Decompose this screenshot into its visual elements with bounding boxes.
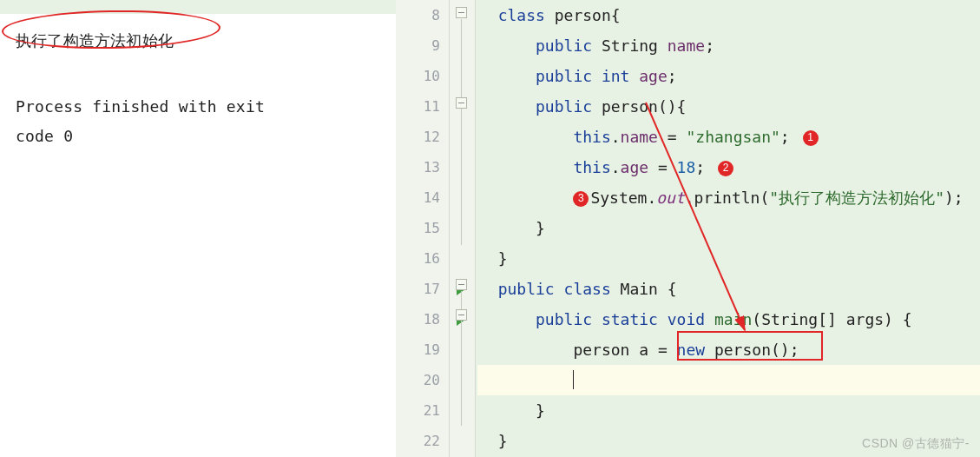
code-line[interactable]: public person(){	[477, 91, 980, 122]
fold-toggle-icon[interactable]	[456, 309, 467, 321]
code-line[interactable]: }	[477, 243, 980, 274]
gutter-marks	[450, 0, 476, 457]
console-top-strip	[0, 0, 396, 14]
code-line[interactable]: }	[477, 213, 980, 243]
line-number: 21	[396, 395, 449, 426]
annotation-badge-2: 2	[718, 161, 733, 176]
line-number: 13	[396, 152, 449, 182]
code-line-current[interactable]	[477, 365, 980, 395]
code-line[interactable]: person a = new person();	[477, 334, 980, 365]
code-line[interactable]: public String name;	[477, 30, 980, 61]
line-number: 10	[396, 61, 449, 91]
code-line[interactable]: class person{	[477, 0, 980, 30]
console-output: 执行了构造方法初始化 Process finished with exit co…	[0, 14, 396, 152]
editor-pane[interactable]: 8 9 10 11 12 13 14 15 16 17 18 19 20 21 …	[396, 0, 980, 457]
caret	[573, 370, 574, 389]
console-pane: 执行了构造方法初始化 Process finished with exit co…	[0, 0, 396, 457]
code-line[interactable]: this.name = "zhangsan"; 1	[477, 122, 980, 152]
line-number: 22	[396, 426, 449, 456]
code-line[interactable]: public class Main {	[477, 274, 980, 304]
code-line[interactable]: public static void main(String[] args) {	[477, 304, 980, 334]
line-number: 11	[396, 91, 449, 122]
line-number: 17	[396, 274, 449, 304]
line-number: 12	[396, 122, 449, 152]
line-number: 18	[396, 304, 449, 334]
line-number: 8	[396, 0, 449, 30]
code-line[interactable]: public int age;	[477, 61, 980, 91]
code-line[interactable]: this.age = 18; 2	[477, 152, 980, 182]
line-number: 9	[396, 30, 449, 61]
code-line[interactable]: 3System.out.println("执行了构造方法初始化");	[477, 182, 980, 213]
fold-guide	[461, 19, 462, 245]
line-number: 14	[396, 182, 449, 213]
gutter-line-numbers: 8 9 10 11 12 13 14 15 16 17 18 19 20 21 …	[396, 0, 450, 457]
fold-toggle-icon[interactable]	[456, 97, 467, 109]
line-number: 16	[396, 243, 449, 274]
fold-toggle-icon[interactable]	[456, 279, 467, 290]
line-number: 15	[396, 213, 449, 243]
annotation-badge-3: 3	[573, 191, 589, 207]
line-number: 20	[396, 365, 449, 395]
line-number: 19	[396, 334, 449, 365]
root: 执行了构造方法初始化 Process finished with exit co…	[0, 0, 980, 457]
fold-toggle-icon[interactable]	[456, 7, 467, 18]
watermark: CSDN @古德猫宁-	[862, 436, 970, 452]
code-area[interactable]: class person{ public String name; public…	[476, 0, 980, 457]
code-line[interactable]: }	[477, 395, 980, 426]
console-exit-line-2: code 0	[16, 122, 380, 151]
annotation-badge-1: 1	[803, 130, 819, 146]
console-stdout-line: 执行了构造方法初始化	[16, 26, 380, 56]
console-exit-line-1: Process finished with exit	[16, 92, 380, 122]
